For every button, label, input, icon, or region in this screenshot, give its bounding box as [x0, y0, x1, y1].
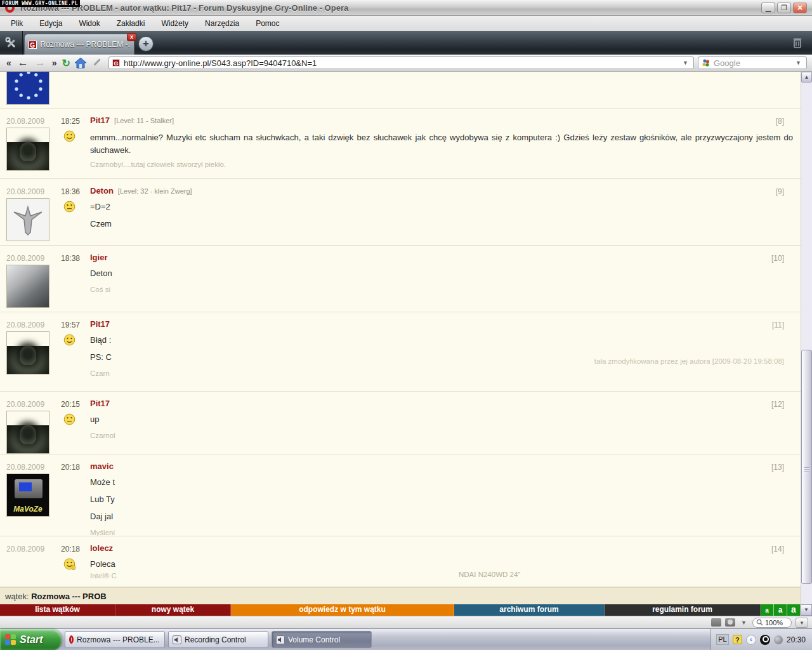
steam-tray-icon[interactable] — [760, 635, 770, 645]
url-text[interactable]: http://www.gry-online.pl/S043.asp?ID=940… — [124, 58, 681, 68]
post-time: 19:57 — [61, 321, 80, 329]
post-author-link[interactable]: Pit17[Level: 11 - Stalker] — [90, 116, 174, 125]
search-input[interactable]: Google ▼ — [698, 56, 807, 69]
menubar-item-plik[interactable]: Plik — [4, 17, 30, 30]
avatar-pendant — [7, 199, 49, 241]
address-bar[interactable]: G http://www.gry-online.pl/S043.asp?ID=9… — [108, 56, 694, 69]
post-body-line: Deton — [90, 269, 112, 278]
emoji-neutral-icon — [63, 416, 75, 427]
tab-close-icon[interactable]: x — [127, 33, 136, 41]
post-number-link[interactable]: [12] — [771, 400, 784, 409]
taskbar-button-rozmowa-proble-[interactable]: Rozmowa --- PROBLE... — [65, 631, 165, 648]
forum-post: 20.08.200918:25Pit17[Level: 11 - Stalker… — [0, 109, 801, 179]
language-indicator[interactable]: PL — [716, 634, 729, 645]
post-avatar: MaVoZe — [6, 474, 49, 517]
post-number-link[interactable]: [13] — [771, 463, 784, 472]
post-emoji — [63, 130, 75, 145]
camera-dropdown-icon[interactable]: ▼ — [739, 620, 749, 626]
post-author-link[interactable]: mavic — [90, 461, 114, 471]
post-number-link[interactable]: [11] — [772, 321, 784, 329]
post-author-link[interactable]: Pit17 — [90, 319, 110, 329]
post-author-link[interactable]: Pit17 — [90, 399, 110, 408]
new-tab-button[interactable]: + — [138, 36, 154, 51]
post-author-link[interactable]: Deton[Level: 32 - klein Zwerg] — [90, 186, 192, 196]
post-emoji — [63, 558, 75, 573]
font-size-button-3[interactable]: a — [787, 604, 801, 616]
forum-nav-odpowiedz-w-tym-wątku[interactable]: odpowiedz w tym wątku — [231, 604, 454, 616]
post-body-line: Daj jal — [90, 512, 113, 521]
search-dropdown-icon[interactable]: ▼ — [794, 60, 803, 66]
tab-active[interactable]: G Rozmowa --- PROBLEM -... x — [24, 34, 134, 55]
post-number-link[interactable]: [14] — [771, 545, 784, 554]
menubar-item-zakładki[interactable]: Zakładki — [110, 17, 152, 30]
post-time: 18:38 — [61, 254, 80, 263]
taskbar: Start Rozmowa --- PROBLE...Recording Con… — [0, 628, 812, 650]
forum-nav-archiwum-forum[interactable]: archiwum forum — [454, 604, 605, 616]
start-button[interactable]: Start — [0, 629, 62, 650]
system-tray: PL ? ‹ 20:30 — [710, 629, 812, 650]
camera-icon[interactable] — [725, 618, 735, 627]
post-signature: Intel® C — [90, 572, 117, 580]
post-author-link[interactable]: Igier — [90, 253, 107, 262]
page-scrollbar[interactable]: ▲ — [801, 72, 812, 616]
font-size-button-2[interactable]: a — [774, 604, 787, 616]
app-tray-icon[interactable] — [774, 635, 783, 644]
minimize-button[interactable]: ▁ — [761, 3, 775, 13]
forum-nav-nowy-wątek[interactable]: nowy wątek — [115, 604, 231, 616]
panel-toggle-button[interactable] — [0, 31, 23, 55]
post-signature: Czarnobyl....tutaj człowiek stworzył pie… — [90, 161, 226, 168]
post-time: 18:25 — [61, 117, 80, 126]
pencil-icon[interactable] — [91, 57, 102, 69]
post-date: 20.08.2009 — [6, 463, 44, 472]
post-body-line: Lub Ty — [90, 494, 115, 504]
font-size-button-1[interactable]: a — [761, 604, 774, 616]
post-number-link[interactable]: [10] — [771, 254, 784, 263]
scrollbar-thumb[interactable] — [801, 350, 812, 584]
post-body-line: =D=2 — [90, 202, 110, 211]
post-time: 20:18 — [61, 545, 80, 554]
hide-icons-chevron[interactable]: ‹ — [746, 635, 756, 645]
scroll-up-icon[interactable]: ▲ — [801, 72, 812, 83]
forum-post: 20.08.200918:38Igier[10]DetonCoś si — [0, 246, 801, 312]
menubar-item-widżety[interactable]: Widżety — [154, 17, 195, 30]
menubar-item-edycja[interactable]: Edycja — [32, 17, 69, 30]
close-button[interactable]: ✕ — [793, 3, 807, 13]
post-number-link[interactable]: [8] — [776, 117, 784, 126]
google-icon — [702, 58, 710, 67]
scroll-down-icon[interactable]: ▼ — [801, 604, 812, 616]
forum-nav-lista-wątków[interactable]: lista wątków — [0, 604, 115, 616]
post-signature: Czarnol — [90, 432, 115, 439]
zoom-control[interactable]: 100% — [752, 618, 792, 628]
post-date: 20.08.2009 — [6, 400, 44, 409]
task-label: Rozmowa --- PROBLE... — [77, 635, 160, 644]
menubar-item-narzędzia[interactable]: Narzędzia — [198, 17, 246, 30]
notes-icon[interactable] — [711, 618, 721, 627]
post-date: 20.08.2009 — [6, 254, 44, 263]
avatar-eu-flag — [7, 72, 49, 104]
back-button[interactable]: ← — [16, 56, 30, 69]
zoom-dropdown-icon[interactable]: ▼ — [796, 618, 808, 628]
restore-button[interactable]: ❐ — [777, 3, 791, 13]
forward-button[interactable]: → — [34, 56, 47, 69]
post-avatar — [6, 411, 49, 454]
post-body-line: Błąd : — [90, 335, 111, 345]
site-watermark: FORUM WWW.GRY-ONLINE.PL — [0, 0, 80, 7]
fast-forward-button[interactable]: » — [51, 58, 58, 68]
home-button[interactable] — [74, 57, 87, 69]
address-dropdown-icon[interactable]: ▼ — [681, 60, 690, 66]
reload-button[interactable]: ↻ — [62, 57, 70, 69]
menubar-item-pomoc[interactable]: Pomoc — [249, 17, 286, 30]
help-tray-icon[interactable]: ? — [733, 635, 742, 644]
forum-nav-regulamin-forum[interactable]: regulamin forum — [605, 604, 761, 616]
rewind-button[interactable]: « — [5, 58, 13, 68]
post-avatar — [6, 72, 49, 105]
trash-icon[interactable] — [792, 36, 803, 49]
post-author-link[interactable]: lolecz — [90, 543, 113, 553]
post-number-link[interactable]: [9] — [776, 187, 784, 196]
taskbar-button-recording-control[interactable]: Recording Control — [168, 631, 268, 648]
post-emoji — [63, 413, 75, 428]
forum-nav: lista wątkównowy wątekodpowiedz w tym wą… — [0, 604, 801, 616]
taskbar-button-volume-control[interactable]: Volume Control — [272, 631, 372, 648]
menubar-item-widok[interactable]: Widok — [72, 17, 107, 30]
post-time: 20:18 — [61, 463, 80, 472]
